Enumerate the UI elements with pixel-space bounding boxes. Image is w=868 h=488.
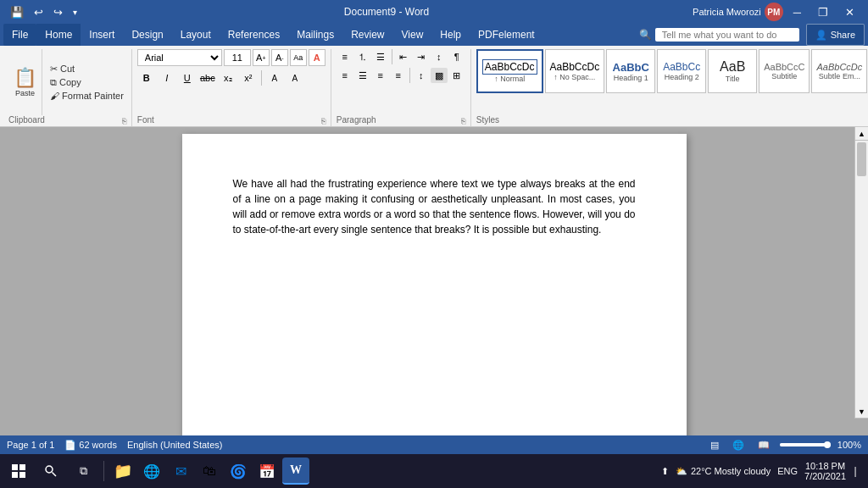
restore-button[interactable]: ❐ [811,4,835,20]
menu-bar: File Home Insert Design Layout Reference… [0,24,868,46]
align-right-button[interactable]: ≡ [372,68,389,83]
svg-rect-2 [12,472,18,478]
borders-button[interactable]: ⊞ [448,68,465,83]
zoom-fill [780,443,831,446]
align-left-button[interactable]: ≡ [337,68,353,83]
scroll-down-button[interactable]: ▼ [855,405,868,419]
taskbar-store[interactable]: 🛍 [196,458,223,485]
align-center-button[interactable]: ☰ [354,68,371,83]
menu-mailings[interactable]: Mailings [288,24,342,46]
menu-design[interactable]: Design [123,24,171,46]
minimize-button[interactable]: ─ [787,4,808,20]
menu-help[interactable]: Help [431,24,470,46]
copy-button[interactable]: ⧉ Copy [47,76,126,89]
page-info[interactable]: Page 1 of 1 [7,440,54,450]
strikethrough-button[interactable]: abc [198,69,217,86]
menu-view[interactable]: View [393,24,432,46]
scroll-up-button[interactable]: ▲ [855,127,868,141]
zoom-level[interactable]: 100% [837,440,861,450]
font-row1: Arial A+ A- Aa A [137,49,326,66]
redo-icon[interactable]: ↪ [50,4,66,20]
weather-widget[interactable]: ⛅ 22°C Mostly cloudy [676,466,771,477]
view-read-button[interactable]: 📖 [754,439,773,452]
document-page[interactable]: We have all had the frustrating experien… [182,134,687,435]
taskbar-word[interactable]: W [282,458,309,485]
start-button[interactable] [3,456,34,486]
show-desktop-button[interactable]: | [853,456,858,486]
language-selector[interactable]: English (United States) [127,440,223,450]
word-count[interactable]: 📄 62 words [64,440,117,451]
font-size-input[interactable] [224,49,251,66]
view-web-button[interactable]: 🌐 [729,439,748,452]
weather-icon: ⛅ [676,466,687,477]
undo-icon[interactable]: ↩ [31,4,47,20]
increase-indent-button[interactable]: ⇥ [413,49,430,64]
style-heading1[interactable]: AaBbC Heading 1 [606,49,655,93]
para-row2: ≡ ☰ ≡ ≡ ↕ ▩ ⊞ [337,68,465,83]
font-shrink-button[interactable]: A- [271,49,288,66]
style-subtitle[interactable]: AaBbCcC Subtitle [759,49,810,93]
font-expand-icon[interactable]: ⎘ [321,117,326,125]
format-painter-button[interactable]: 🖌 Format Painter [47,90,126,102]
font-family-select[interactable]: Arial [137,49,222,66]
line-spacing-button[interactable]: ↕ [413,68,430,83]
subscript-button[interactable]: x₂ [219,69,237,86]
clipboard-expand-icon[interactable]: ⎘ [122,117,126,125]
menu-insert[interactable]: Insert [81,24,123,46]
font-grow-button[interactable]: A+ [253,49,270,66]
style-subtle-em[interactable]: AaBbCcDc Subtle Em... [811,49,867,93]
multilevel-button[interactable]: ☰ [372,49,389,64]
decrease-indent-button[interactable]: ⇤ [395,49,412,64]
close-button[interactable]: ✕ [838,4,861,20]
menu-layout[interactable]: Layout [172,24,220,46]
language-indicator[interactable]: ENG [777,466,798,476]
taskbar-chrome[interactable]: 🌀 [225,458,252,485]
numbering-button[interactable]: ⒈ [354,49,371,64]
font-color-button[interactable]: A [286,69,304,86]
italic-button[interactable]: I [158,69,176,86]
taskbar-edge[interactable]: 🌐 [138,458,165,485]
font-clear-button[interactable]: A [309,49,326,66]
menu-home[interactable]: Home [36,24,81,46]
system-tray[interactable]: ⬆ [661,466,669,477]
view-print-button[interactable]: ▤ [707,439,722,452]
quick-access: 💾 ↩ ↪ ▾ [7,4,81,20]
tell-me-input[interactable] [655,28,799,42]
menu-references[interactable]: References [220,24,288,46]
style-heading2[interactable]: AaBbCc Heading 2 [657,49,706,93]
sort-button[interactable]: ↕ [431,49,448,64]
save-icon[interactable]: 💾 [7,4,27,20]
text-highlight-button[interactable]: A [265,69,284,86]
scrollbar[interactable]: ▲ ▼ [854,127,868,419]
justify-button[interactable]: ≡ [390,68,407,83]
paragraph-expand-icon[interactable]: ⎘ [461,117,465,125]
task-view-button[interactable]: ⧉ [68,456,98,486]
style-title[interactable]: AaB Title [708,49,757,93]
document-content[interactable]: We have all had the frustrating experien… [233,176,636,237]
font-case-button[interactable]: Aa [290,49,307,66]
taskbar-calendar[interactable]: 📅 [253,458,281,485]
style-normal[interactable]: AaBbCcDc ↑ Normal [476,49,543,93]
menu-pdfelement[interactable]: PDFelement [470,24,543,46]
cut-button[interactable]: ✂ Cut [47,63,126,75]
customize-qa-icon[interactable]: ▾ [70,6,81,19]
shading-button[interactable]: ▩ [431,68,448,83]
show-marks-button[interactable]: ¶ [448,49,465,64]
taskbar-mail[interactable]: ✉ [167,458,194,485]
bold-button[interactable]: B [137,69,156,86]
font-label: Font [137,115,154,126]
paste-button[interactable]: 📋 Paste [8,49,42,115]
zoom-thumb[interactable] [824,441,831,448]
search-taskbar-button[interactable] [36,456,66,486]
menu-file[interactable]: File [3,24,36,46]
underline-button[interactable]: U [178,69,197,86]
bullets-button[interactable]: ≡ [337,49,353,64]
paste-label: Paste [15,89,35,97]
taskbar-file-explorer[interactable]: 📁 [109,458,136,485]
superscript-button[interactable]: x² [239,69,258,86]
share-button[interactable]: 👤 Share [806,24,865,46]
style-no-spacing[interactable]: AaBbCcDc ↑ No Spac... [545,49,605,93]
clock[interactable]: 10:18 PM 7/20/2021 [804,461,846,481]
scroll-thumb[interactable] [857,142,866,176]
menu-review[interactable]: Review [342,24,392,46]
